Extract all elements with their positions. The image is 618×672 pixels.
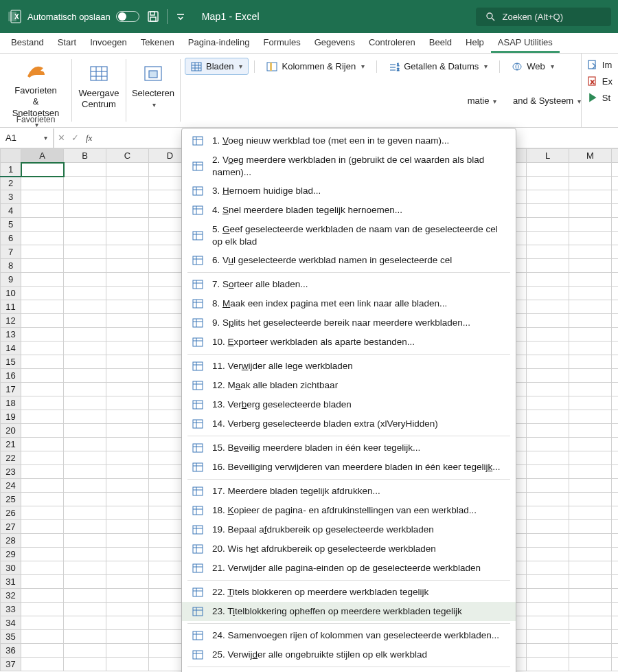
cell[interactable] [21, 259, 64, 273]
cell[interactable] [106, 575, 149, 589]
cell[interactable] [569, 410, 612, 424]
cell[interactable] [106, 534, 149, 548]
tab-bestand[interactable]: Bestand [4, 33, 51, 53]
cell[interactable] [64, 603, 106, 616]
cell[interactable] [527, 603, 569, 616]
cell[interactable] [527, 438, 569, 451]
cell[interactable] [21, 465, 64, 479]
cell[interactable] [106, 451, 149, 465]
cell[interactable] [612, 232, 619, 245]
cell[interactable] [21, 328, 64, 341]
cell[interactable] [612, 259, 619, 273]
row-header-32[interactable]: 32 [1, 589, 21, 603]
cell[interactable] [21, 273, 64, 287]
menu-item-2[interactable]: 2. Voeg meerdere werkbladen in (gebruikt… [182, 150, 516, 181]
cell[interactable] [64, 273, 106, 287]
cell[interactable] [527, 273, 569, 287]
cell[interactable] [527, 561, 569, 575]
cell[interactable] [21, 369, 64, 383]
cell[interactable] [527, 369, 569, 383]
cell[interactable] [569, 603, 612, 616]
cell[interactable] [64, 259, 106, 273]
cell[interactable] [569, 300, 612, 314]
cell[interactable] [612, 218, 619, 232]
cancel-formula-button[interactable]: ✕ [54, 133, 68, 143]
cell[interactable] [21, 493, 64, 506]
cell[interactable] [527, 644, 569, 658]
cell[interactable] [612, 493, 619, 506]
cell[interactable] [106, 300, 149, 314]
cell[interactable] [527, 287, 569, 300]
partial-button[interactable]: matie ▾ [468, 96, 496, 106]
cell[interactable] [527, 616, 569, 630]
sheets-button[interactable]: Bladen▾ [185, 58, 249, 75]
cell[interactable] [64, 341, 106, 355]
cell[interactable] [21, 383, 64, 396]
cell[interactable] [106, 479, 149, 493]
row-header-23[interactable]: 23 [1, 465, 21, 479]
cell[interactable] [569, 658, 612, 671]
cell[interactable] [612, 575, 619, 589]
cell[interactable] [569, 341, 612, 355]
cell[interactable] [106, 287, 149, 300]
cell[interactable] [106, 658, 149, 671]
cell[interactable] [612, 506, 619, 520]
row-header-10[interactable]: 10 [1, 287, 21, 300]
cell[interactable] [612, 630, 619, 644]
cell[interactable] [21, 218, 64, 232]
row-header-7[interactable]: 7 [1, 245, 21, 259]
cell[interactable] [527, 493, 569, 506]
cell[interactable] [527, 328, 569, 341]
menu-item-21[interactable]: 21. Verwijder alle pagina-einden op de g… [182, 559, 516, 578]
cell[interactable] [106, 493, 149, 506]
cell[interactable] [64, 328, 106, 341]
menu-item-25[interactable]: 25. Verwijder alle ongebruikte stijlen o… [182, 645, 516, 664]
cell[interactable] [569, 218, 612, 232]
row-header-14[interactable]: 14 [1, 341, 21, 355]
cell[interactable] [106, 548, 149, 561]
menu-item-16[interactable]: 16. Beveiliging verwijderen van meerdere… [182, 458, 516, 477]
cell[interactable] [106, 273, 149, 287]
tab-invoegen[interactable]: Invoegen [83, 33, 134, 53]
cell[interactable] [612, 438, 619, 451]
columns-rows-button[interactable]: Kolommen & Rijen▾ [260, 58, 371, 75]
menu-item-8[interactable]: 8. Maak een index pagina met een link na… [182, 294, 516, 313]
menu-item-19[interactable]: 19. Bepaal afdrukbereik op geselecteerde… [182, 520, 516, 539]
row-header-19[interactable]: 19 [1, 410, 21, 424]
tab-help[interactable]: Help [459, 33, 491, 53]
cell[interactable] [64, 561, 106, 575]
cell[interactable] [612, 479, 619, 493]
partial-button[interactable]: and & Systeem ▾ [513, 96, 581, 106]
cell[interactable] [612, 465, 619, 479]
cell[interactable] [612, 300, 619, 314]
cell[interactable] [21, 603, 64, 616]
row-header-3[interactable]: 3 [1, 190, 21, 204]
row-header-27[interactable]: 27 [1, 520, 21, 534]
cell[interactable] [64, 479, 106, 493]
row-header-4[interactable]: 4 [1, 204, 21, 218]
cell[interactable] [64, 396, 106, 410]
cell[interactable] [21, 177, 64, 190]
menu-item-13[interactable]: 13. Verberg geselecteerde bladen [182, 395, 516, 414]
cell[interactable] [569, 204, 612, 218]
cell[interactable] [612, 383, 619, 396]
cell[interactable] [569, 520, 612, 534]
cell[interactable] [106, 328, 149, 341]
cell[interactable] [106, 616, 149, 630]
tab-gegevens[interactable]: Gegevens [308, 33, 362, 53]
cell[interactable] [106, 355, 149, 369]
select-button[interactable]: Selecteren▾ [128, 59, 179, 113]
tab-pagina-indeling[interactable]: Pagina-indeling [181, 33, 257, 53]
cell[interactable] [64, 369, 106, 383]
cell[interactable] [64, 630, 106, 644]
menu-item-7[interactable]: 7. Sorteer alle bladen... [182, 275, 516, 294]
cell[interactable] [612, 424, 619, 438]
cell[interactable] [106, 424, 149, 438]
tab-controleren[interactable]: Controleren [362, 33, 422, 53]
cell[interactable] [64, 314, 106, 328]
search-box[interactable]: Zoeken (Alt+Q) [476, 8, 611, 26]
menu-item-9[interactable]: 9. Splits het geselecteerde bereik naar … [182, 313, 516, 333]
cell[interactable] [569, 287, 612, 300]
ribbon-right-item-2[interactable]: St [584, 91, 615, 104]
cell[interactable] [569, 561, 612, 575]
